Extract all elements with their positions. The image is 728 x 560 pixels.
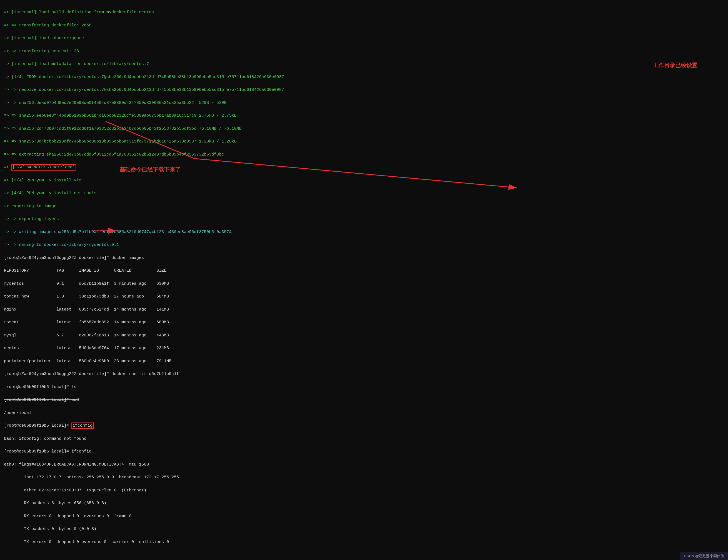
line-15: => [4/4] RUN yum -y install net-tools [4,191,96,196]
line-14: => [3/4] RUN yum -y install vim [4,178,81,183]
line-ifconfig-first: [root@ce06b09f10b5 local]# ifconfig [4,422,94,429]
terminal-output: => [internal] load build definition from… [4,3,724,560]
line-18: => => writing image sha256:d5c7b11b9a1f9… [4,230,231,235]
line-5: => [internal] load metadata for docker.i… [4,62,149,66]
footer-text: CSDN @还是那个同伟伟 [684,554,724,558]
table-row-mysql: mysql 5.7 c20987f18b13 14 months ago 448… [4,333,169,338]
line-8: => => sha256:dead07b4d8ed7e29e98de0f4504… [4,101,226,105]
line-4: => => transferring context: 2B [4,49,79,54]
line-20: [root@iZwz924yim3uch16ugpg22Z dockerfile… [4,256,144,260]
line-userlocal: /user/local [4,410,31,415]
annotation-ifconfig: 基础命令已经下载下来了 [119,165,181,174]
line-11: => => sha256:9d4bcbbb213dfd745b58be38b13… [4,139,236,144]
line-tx-packets: TX packets 0 bytes 0 (0.0 B) [4,527,96,531]
line-9: => => sha256:eeb6ee3f44bd0b5103bb561b4c1… [4,113,236,118]
line-7: => => resolve docker.io/library/centos:7… [4,88,284,92]
footer-bar: CSDN @还是那个同伟伟 [680,552,728,560]
workdir-highlight: [2/4] WORKDIR /user/local [11,164,76,171]
table-row-mycentos: mycentos 0.1 d5c7b11b9a1f 3 minutes ago … [4,281,169,286]
line-17: => => exporting layers [4,217,59,222]
line-tx-errors: TX errors 0 dropped 0 overruns 0 carrier… [4,540,169,544]
line-10: => => sha256:2d473b07cdd5f0912cd6f1a7033… [4,126,241,131]
line-rx-errors: RX errors 0 dropped 0 overruns 0 frame 0 [4,514,131,519]
line-eth0: eth0: flags=4163<UP,BROADCAST,RUNNING,MU… [4,462,149,467]
line-12: => => extracting sha256:2d473b07cdd5f091… [4,152,224,157]
table-row-tomcat-new: tomcat_new 1.0 30c11bd73db8 27 hours ago… [4,294,169,299]
table-row-tomcat: tomcat latest fb5657adc892 14 months ago… [4,320,169,325]
line-docker-run: [root@iZwz924yim3uch16ugpg22Z dockerfile… [4,372,179,376]
line-inet: inet 172.17.0.7 netmask 255.255.0.0 broa… [4,475,179,480]
line-1: => [internal] load build definition from… [4,10,154,15]
line-2: => => transferring dockerfile: 265B [4,23,91,28]
line-pwd-strikethrough: [root@ce06b09f10b5 local]# pwd [4,397,79,402]
line-ifconfig-notfound: bash: ifconfig: command not found [4,436,86,441]
line-3: => [internal] load .dockerignore [4,36,84,41]
annotation-workdir: 工作目录已经设置 [653,61,697,70]
table-row-portainer: portainer/portainer latest 580c0e4e98b0 … [4,359,171,363]
line-13: => [2/4] WORKDIR /user/local [4,164,76,171]
line-ether: ether 02:42:ac:11:00:07 txqueuelen 0 (Et… [4,488,146,493]
ifconfig-highlight: ifconfig [71,422,94,429]
table-header: REPOSITORY TAG IMAGE ID CREATED SIZE [4,268,166,273]
line-ifconfig-second: [root@ce06b09f10b5 local]# ifconfig [4,449,91,454]
line-6: => [1/4] FROM docker.io/library/centos:7… [4,75,284,79]
line-19: => => naming to docker.io/library/mycent… [4,243,119,247]
table-row-nginx: nginx latest 605c77c624dd 14 months ago … [4,307,169,312]
line-ls: [root@ce06b09f10b5 local]# ls [4,385,76,389]
line-16: => exporting to image [4,204,56,209]
line-rx-packets: RX packets 8 bytes 656 (656.0 B) [4,501,106,506]
table-row-centos: centos latest 5d0da3dc9764 17 months ago… [4,346,169,350]
